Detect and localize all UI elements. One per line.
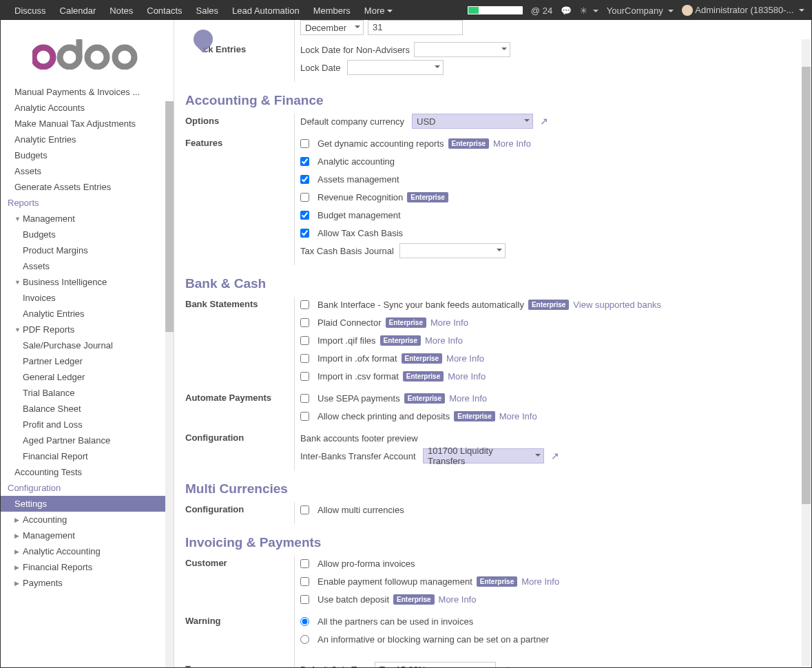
bank-interface-checkbox[interactable] [300,300,309,309]
nav-business-intelligence[interactable]: ▼Business Intelligence [1,274,174,290]
nav-budgets[interactable]: Budgets [1,147,174,163]
assets-checkbox[interactable] [300,175,309,184]
nav-financial-reports[interactable]: ▶Financial Reports [1,559,174,575]
sepa-checkbox[interactable] [300,394,309,403]
enterprise-badge: Enterprise [448,138,489,149]
topbar-discuss[interactable]: Discuss [8,6,53,16]
lock-nonadviser-date[interactable] [414,42,510,57]
more-info-link[interactable]: More Info [448,371,486,382]
nav-management[interactable]: ▶Management [1,528,174,543]
nav-label: Financial Reports [23,562,92,572]
more-info-link[interactable]: More Info [493,138,531,149]
lock-date[interactable] [347,60,444,75]
topbar-sales[interactable]: Sales [189,6,226,16]
qif-checkbox[interactable] [300,336,309,345]
nav-reports[interactable]: Reports [1,195,174,211]
nav-financial-report[interactable]: Financial Report [1,448,174,464]
warn-all-radio[interactable] [300,617,309,626]
nav-label: PDF Reports [23,324,74,335]
nav-assets[interactable]: Assets [1,258,174,274]
nav-analytic-accounting[interactable]: ▶Analytic Accounting [1,543,174,559]
external-link-icon[interactable]: ↗ [551,450,559,461]
chevron-icon: ▼ [14,216,21,222]
topbar-calendar[interactable]: Calendar [53,6,103,16]
topbar-notes[interactable]: Notes [103,6,140,16]
interbank-select[interactable]: 101700 Liquidity Transfers [423,448,544,463]
nav-analytic-accounts[interactable]: Analytic Accounts [1,100,174,116]
multicurrency-checkbox[interactable] [300,505,309,514]
nav-balance-sheet[interactable]: Balance Sheet [1,401,174,417]
nav-accounting[interactable]: ▶Accounting [1,512,174,528]
csv-checkbox[interactable] [300,372,309,381]
fiscal-month-select[interactable]: December [300,20,364,35]
more-info-link[interactable]: More Info [521,576,559,587]
more-info-link[interactable]: More Info [430,317,468,328]
nav-aged-partner-balance[interactable]: Aged Partner Balance [1,432,174,448]
nav-profit-and-loss[interactable]: Profit and Loss [1,417,174,432]
budget-checkbox[interactable] [300,211,309,220]
sepa-label: Use SEPA payments [317,393,400,404]
more-info-link[interactable]: More Info [439,594,477,605]
nav-general-ledger[interactable]: General Ledger [1,369,174,385]
sale-tax-select[interactable]: Tax 15.00% [375,662,496,667]
followup-checkbox[interactable] [300,577,309,586]
sidebar-scroll-thumb[interactable] [165,101,174,332]
taxcash-checkbox[interactable] [300,229,309,238]
qif-label: Import .qif files [317,335,376,346]
currency-label: Default company currency [300,116,408,127]
nav-settings[interactable]: Settings [1,496,174,512]
external-link-icon[interactable]: ↗ [540,116,548,127]
topbar-lead-automation[interactable]: Lead Automation [225,6,306,16]
batch-checkbox[interactable] [300,595,309,604]
nav-generate-assets-entries[interactable]: Generate Assets Entries [1,179,174,195]
nav-product-margins[interactable]: Product Margins [1,242,174,258]
more-info-link[interactable]: More Info [446,353,484,364]
nav-pdf-reports[interactable]: ▼PDF Reports [1,322,174,337]
check-print-label: Allow check printing and deposits [317,411,450,421]
mentions-count[interactable]: @ 24 [531,6,552,16]
dynamic-reports-checkbox[interactable] [300,139,309,148]
chat-icon[interactable]: 💬 [561,6,572,16]
lock-date-label: Lock Date [300,63,343,73]
analytic-checkbox[interactable] [300,157,309,166]
nav-analytic-entries[interactable]: Analytic Entries [1,306,174,322]
nav-invoices[interactable]: Invoices [1,290,174,306]
check-print-checkbox[interactable] [300,412,309,421]
nav-payments[interactable]: ▶Payments [1,575,174,591]
mc-config-label: Configuration [185,502,294,524]
topbar-members[interactable]: Members [306,6,357,16]
tcb-journal-select[interactable] [399,243,506,258]
nav-manual-payments-invoices-[interactable]: Manual Payments & Invoices ... [1,84,174,100]
nav-analytic-entries[interactable]: Analytic Entries [1,132,174,147]
topbar-contacts[interactable]: Contacts [140,6,189,16]
user-menu[interactable]: Administrator (183580-... [682,5,804,17]
odoo-logo [1,20,174,84]
view-banks-link[interactable]: View supported banks [573,300,661,310]
nav-partner-ledger[interactable]: Partner Ledger [1,353,174,369]
warn-block-radio[interactable] [300,635,309,644]
nav-make-manual-tax-adjustments[interactable]: Make Manual Tax Adjustments [1,116,174,132]
nav-configuration[interactable]: Configuration [1,480,174,496]
nav-assets[interactable]: Assets [1,163,174,179]
more-info-link[interactable]: More Info [499,411,537,421]
currency-select[interactable]: USD [412,114,533,129]
dynamic-reports-label: Get dynamic accounting reports [317,138,444,149]
avatar-icon [682,5,693,16]
more-info-link[interactable]: More Info [449,393,487,404]
topbar-more[interactable]: More [357,6,400,16]
nav-label: Make Manual Tax Adjustments [14,118,136,129]
proforma-checkbox[interactable] [300,559,309,568]
more-info-link[interactable]: More Info [425,335,463,346]
revenue-checkbox[interactable] [300,193,309,202]
external-link-icon[interactable]: ↗ [503,664,511,667]
ofx-checkbox[interactable] [300,354,309,363]
debug-icon[interactable]: ✳ [580,6,598,16]
nav-accounting-tests[interactable]: Accounting Tests [1,464,174,480]
nav-budgets[interactable]: Budgets [1,227,174,242]
plaid-checkbox[interactable] [300,318,309,327]
company-switcher[interactable]: YourCompany [607,6,674,16]
nav-sale-purchase-journal[interactable]: Sale/Purchase Journal [1,337,174,353]
content-scroll-thumb[interactable] [802,67,811,504]
nav-management[interactable]: ▼Management [1,211,174,227]
nav-trial-balance[interactable]: Trial Balance [1,385,174,401]
